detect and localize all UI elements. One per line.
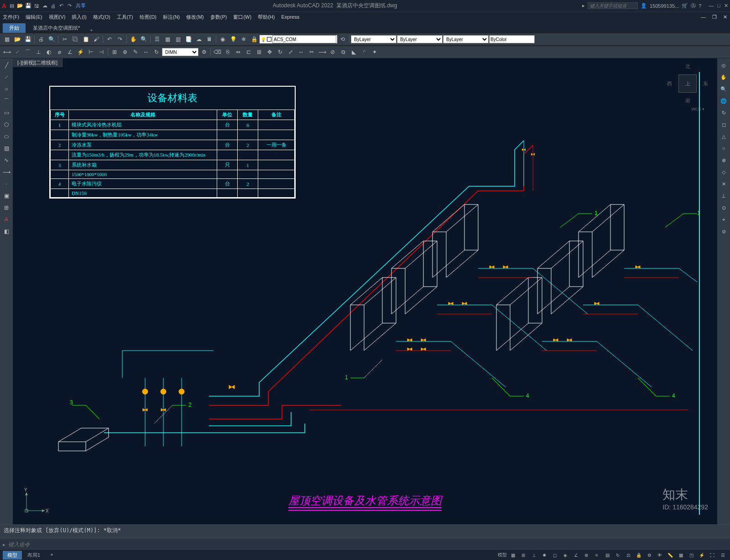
tb-plot-icon[interactable]: 🖨 — [36, 34, 46, 44]
sb-annoscale-icon[interactable]: 🔒 — [634, 551, 643, 559]
minimize-icon[interactable]: — — [709, 3, 714, 9]
drawing-canvas[interactable]: [-][俯视][二维线框] 北 南 东 西 上 WCS ▾ — [13, 58, 717, 524]
stretch-icon[interactable]: ↔ — [296, 47, 306, 57]
app-menu-icon[interactable]: Ⓐ — [691, 2, 696, 9]
tb-pan-icon[interactable]: ✋ — [128, 34, 138, 44]
copy-icon[interactable]: ⎘ — [223, 47, 233, 57]
dim-ang-icon[interactable]: ∠ — [65, 47, 75, 57]
maximize-icon[interactable]: □ — [717, 3, 720, 9]
snap-mid-icon[interactable]: △ — [719, 131, 729, 141]
tb-zoom-icon[interactable]: 🔍 — [139, 34, 149, 44]
sb-polar-icon[interactable]: ✹ — [540, 551, 549, 559]
help-search-input[interactable] — [588, 2, 638, 9]
menu-express[interactable]: Express — [281, 14, 299, 20]
tb-new-icon[interactable]: ▦ — [2, 34, 12, 44]
command-input[interactable] — [8, 541, 727, 548]
user-label[interactable]: 150599135... — [650, 3, 679, 9]
sb-cycle-icon[interactable]: ↻ — [613, 551, 622, 559]
menu-help[interactable]: 帮助(H) — [258, 14, 275, 21]
saveas-icon[interactable]: 🖫 — [33, 2, 40, 10]
linetype-dropdown[interactable]: ByLayer — [397, 35, 443, 43]
nav-zoom-icon[interactable]: 🔍 — [719, 84, 729, 94]
sb-hw-icon[interactable]: ⚡ — [697, 551, 706, 559]
doc-restore-icon[interactable]: ❐ — [712, 14, 717, 20]
web-icon[interactable]: ☁ — [41, 2, 48, 10]
spline-icon[interactable]: ∿ — [1, 155, 11, 165]
layer-off-icon[interactable]: 💡 — [228, 34, 238, 44]
tol-icon[interactable]: ⊞ — [110, 47, 120, 57]
region-icon[interactable]: ◧ — [1, 226, 11, 236]
dim-dia-icon[interactable]: ⌀ — [54, 47, 64, 57]
snap-perp-icon[interactable]: ⊥ — [719, 191, 729, 201]
help-icon[interactable]: ? — [699, 3, 701, 9]
sb-qprop-icon[interactable]: ▦ — [676, 551, 685, 559]
tb-paste-icon[interactable]: 📋 — [81, 34, 91, 44]
layer-state-icon[interactable]: ◉ — [218, 34, 228, 44]
sb-dyn-icon[interactable]: ⊕ — [582, 551, 591, 559]
dim-quick-icon[interactable]: ⚡ — [75, 47, 85, 57]
tb-markup-icon[interactable]: ☁ — [194, 34, 204, 44]
sb-ws-icon[interactable]: ⚙ — [645, 551, 654, 559]
rect-icon[interactable]: ▭ — [1, 108, 11, 118]
plot-icon[interactable]: 🖨 — [49, 2, 57, 10]
snap-quad-icon[interactable]: ◇ — [719, 167, 729, 177]
menu-insert[interactable]: 插入(I) — [72, 14, 86, 21]
plotstyle-dropdown[interactable] — [489, 35, 535, 43]
sb-annomon-icon[interactable]: 👁 — [655, 551, 664, 559]
dim-base-icon[interactable]: ⊢ — [86, 47, 96, 57]
nav-pan-icon[interactable]: ✋ — [719, 72, 729, 82]
menu-draw[interactable]: 绘图(D) — [140, 14, 156, 21]
nav-wheel-icon[interactable]: ◎ — [719, 60, 729, 70]
dim-cont-icon[interactable]: ⊣ — [96, 47, 106, 57]
sb-lw-icon[interactable]: ≡ — [592, 551, 601, 559]
menu-window[interactable]: 窗口(W) — [233, 14, 251, 21]
undo-icon[interactable]: ↶ — [57, 2, 65, 10]
tab-document[interactable]: 某酒店中央空调图纸* — [26, 23, 86, 33]
mirror-icon[interactable]: ⇔ — [233, 47, 243, 57]
tb-copy-icon[interactable]: ⿻ — [70, 34, 80, 44]
sb-osnap-icon[interactable]: ◻ — [550, 551, 559, 559]
rotate-icon[interactable]: ↻ — [275, 47, 285, 57]
ucs-icon[interactable]: X Y — [22, 488, 49, 515]
dim-update-icon[interactable]: ↻ — [151, 47, 162, 57]
array-icon[interactable]: ⊞ — [254, 47, 264, 57]
snap-node-icon[interactable]: ⊗ — [719, 155, 729, 165]
dim-rad-icon[interactable]: ◐ — [44, 47, 54, 57]
explode-icon[interactable]: ✦ — [370, 47, 380, 57]
tb-tp-icon[interactable]: ▥ — [173, 34, 183, 44]
ellipse-icon[interactable]: ⬭ — [1, 131, 11, 141]
tb-dc-icon[interactable]: ▦ — [162, 34, 172, 44]
tab-start[interactable]: 开始 — [3, 23, 26, 33]
extend-icon[interactable]: ⟶ — [317, 47, 327, 57]
erase-icon[interactable]: ⌫ — [212, 47, 222, 57]
user-icon[interactable]: 👤 — [641, 3, 647, 9]
snap-none-icon[interactable]: ⊘ — [719, 226, 729, 236]
save-icon[interactable]: 💾 — [25, 2, 32, 10]
sb-clean-icon[interactable]: ⛶ — [708, 551, 717, 559]
snap-near-icon[interactable]: ⌖ — [719, 215, 729, 225]
sb-3dosnap-icon[interactable]: ◈ — [561, 551, 570, 559]
doc-close-icon[interactable]: ✕ — [723, 14, 727, 20]
color-dropdown[interactable]: ByLayer — [351, 35, 396, 43]
xline-icon[interactable]: ⟶ — [1, 167, 11, 177]
offset-icon[interactable]: ⊏ — [244, 47, 254, 57]
tb-redo-icon[interactable]: ↷ — [115, 34, 125, 44]
tb-prop-icon[interactable]: ☰ — [152, 34, 162, 44]
arc-tool-icon[interactable]: ⌒ — [1, 96, 11, 106]
sb-model[interactable]: 模型 — [498, 551, 507, 559]
table-icon[interactable]: ⊞ — [1, 203, 11, 213]
snap-tan-icon[interactable]: ⊙ — [719, 203, 729, 213]
point-icon[interactable]: ∙ — [1, 179, 11, 189]
sb-ortho-icon[interactable]: ⊥ — [529, 551, 538, 559]
menu-tools[interactable]: 工具(T) — [117, 14, 133, 21]
tb-cut-icon[interactable]: ✂ — [60, 34, 70, 44]
tab-layout1[interactable]: 布局1 — [23, 551, 45, 560]
dim-arc-icon[interactable]: ⌒ — [23, 47, 33, 57]
tb-preview-icon[interactable]: 🔍 — [47, 34, 57, 44]
layer-prev-icon[interactable]: ⟲ — [338, 34, 348, 44]
snap-int-icon[interactable]: ✕ — [719, 179, 729, 189]
pline-icon[interactable]: ⟋ — [1, 72, 11, 82]
tb-save-icon[interactable]: 💾 — [23, 34, 33, 44]
tab-layout-add[interactable]: + — [46, 551, 57, 560]
move-icon[interactable]: ✥ — [265, 47, 275, 57]
